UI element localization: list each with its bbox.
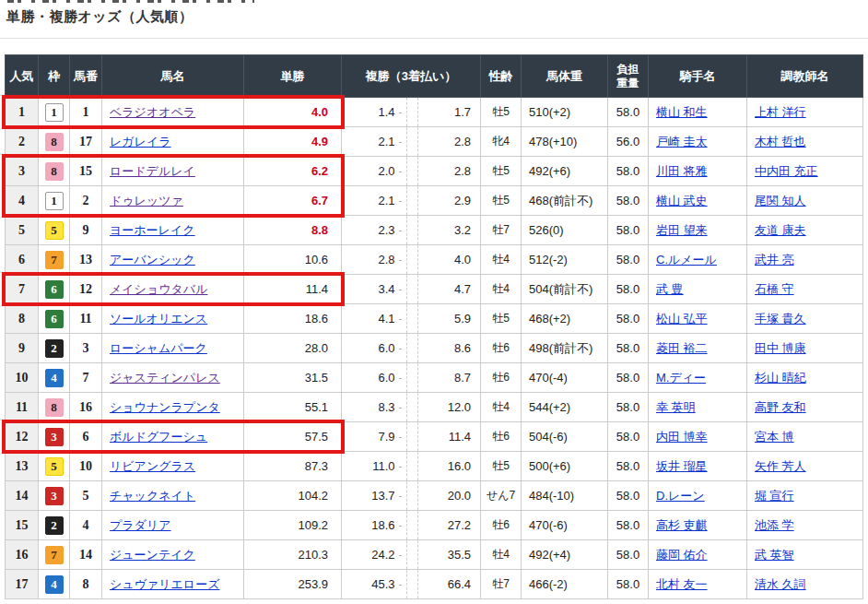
jockey-link[interactable]: 武 豊: [656, 282, 684, 296]
horse-number: 17: [70, 127, 102, 157]
place-odds-range: 11.0 - 16.0: [342, 452, 480, 480]
jockey-link[interactable]: 北村 友一: [656, 577, 708, 591]
trainer-link[interactable]: 尾関 知人: [755, 194, 806, 207]
trainer-link[interactable]: 池添 学: [755, 518, 794, 532]
carried-weight: 58.0: [608, 157, 649, 186]
horse-name-link[interactable]: リビアングラス: [110, 459, 195, 473]
horse-name-link[interactable]: プラダリア: [110, 518, 171, 532]
jockey-cell: 戸崎 圭太: [649, 127, 747, 157]
horse-name-link[interactable]: シュヴァリエローズ: [110, 577, 219, 591]
horse-name-link[interactable]: チャックネイト: [110, 489, 195, 503]
jockey-cell: 松山 弘平: [649, 304, 747, 334]
table-row: 14 3 5 チャックネイト 104.2 13.7 - 20.0 せん7 484…: [6, 481, 863, 511]
trainer-link[interactable]: 手塚 貴久: [755, 312, 806, 326]
place-odds-divider: [406, 511, 418, 539]
horse-name-link[interactable]: ソールオリエンス: [110, 312, 207, 326]
horse-name-link[interactable]: レガレイラ: [110, 135, 171, 148]
horse-name-cell: ソールオリエンス: [102, 304, 244, 334]
jockey-link[interactable]: 菱田 裕二: [656, 341, 708, 355]
horse-name-cell: ローシャムパーク: [102, 334, 244, 363]
cropped-content-artifact: [7, 0, 254, 3]
trainer-link[interactable]: 杉山 晴紀: [755, 371, 806, 385]
horse-weight: 492(+6): [522, 157, 608, 186]
trainer-link[interactable]: 中内田 充正: [755, 164, 818, 178]
horse-number: 8: [70, 570, 102, 599]
carried-weight: 58.0: [608, 393, 649, 422]
place-odds-range: 18.6 - 27.2: [342, 511, 480, 539]
jockey-link[interactable]: 岩田 望来: [656, 223, 708, 237]
jockey-link[interactable]: 内田 博幸: [656, 430, 708, 444]
sex-age: 牡7: [481, 216, 522, 245]
horse-name-link[interactable]: ドゥレッツァ: [110, 194, 183, 207]
place-odds-range: 2.1 - 2.8: [342, 127, 480, 156]
carried-weight: 58.0: [608, 422, 649, 452]
win-odds: 28.0: [244, 334, 342, 363]
jockey-link[interactable]: M.ディー: [656, 371, 706, 385]
place-odds-dash: -: [395, 195, 406, 206]
jockey-link[interactable]: D.レーン: [656, 489, 705, 503]
trainer-link[interactable]: 宮本 博: [755, 430, 794, 444]
trainer-link[interactable]: 清水 久詞: [755, 577, 806, 591]
trainer-cell: 清水 久詞: [747, 570, 863, 599]
place-odds-low: 13.7: [342, 489, 395, 503]
horse-name-link[interactable]: ローシャムパーク: [110, 341, 207, 355]
popularity-rank: 17: [6, 570, 39, 599]
frame-cell: 1: [39, 98, 70, 127]
jockey-link[interactable]: C.ルメール: [656, 253, 717, 266]
horse-name-link[interactable]: メイショウタバル: [110, 282, 207, 296]
trainer-link[interactable]: 高野 友和: [755, 400, 806, 414]
horse-name-link[interactable]: ヨーホーレイク: [110, 223, 195, 237]
trainer-cell: 武井 亮: [747, 245, 863, 275]
horse-name-cell: ヨーホーレイク: [102, 216, 244, 245]
frame-cell: 8: [39, 393, 70, 422]
horse-name-link[interactable]: ジャスティンパレス: [110, 371, 220, 385]
horse-name-link[interactable]: ボルドグフーシュ: [110, 430, 207, 444]
horse-weight: 500(+6): [522, 452, 608, 481]
trainer-link[interactable]: 矢作 芳人: [755, 459, 806, 473]
table-row: 9 2 3 ローシャムパーク 28.0 6.0 - 8.6 牡6 498(前計不…: [6, 334, 863, 363]
trainer-link[interactable]: 武井 亮: [755, 253, 794, 266]
horse-name-link[interactable]: ロードデルレイ: [110, 164, 195, 178]
jockey-link[interactable]: 幸 英明: [656, 400, 696, 414]
frame-number-badge: 7: [45, 251, 64, 269]
horse-name-link[interactable]: ショウナンラプンタ: [110, 400, 220, 414]
place-odds-high: 16.0: [418, 459, 481, 473]
win-odds: 18.6: [244, 304, 342, 334]
jockey-link[interactable]: 横山 武史: [656, 194, 708, 207]
place-odds-divider: [406, 540, 418, 569]
trainer-link[interactable]: 武 英智: [755, 548, 794, 562]
jockey-link[interactable]: 戸崎 圭太: [656, 135, 708, 148]
trainer-link[interactable]: 友道 康夫: [755, 223, 806, 237]
carried-weight: 58.0: [608, 511, 649, 540]
place-odds-range: 6.0 - 8.7: [342, 363, 480, 392]
trainer-link[interactable]: 木村 哲也: [755, 135, 806, 148]
horse-name-link[interactable]: アーバンシック: [110, 253, 195, 266]
win-odds: 4.9: [244, 127, 342, 157]
place-odds-divider: [406, 98, 418, 126]
header-horse-weight: 馬体重: [522, 55, 608, 98]
trainer-link[interactable]: 上村 洋行: [755, 105, 806, 119]
place-odds-high: 12.0: [418, 400, 481, 414]
jockey-cell: 幸 英明: [649, 393, 747, 422]
jockey-link[interactable]: 藤岡 佑介: [656, 548, 708, 562]
trainer-link[interactable]: 堀 宣行: [755, 489, 794, 503]
jockey-link[interactable]: 川田 将雅: [656, 164, 708, 178]
place-odds-high: 11.4: [418, 430, 481, 444]
jockey-link[interactable]: 横山 和生: [656, 105, 708, 119]
horse-name-link[interactable]: ジューンテイク: [110, 548, 195, 562]
jockey-link[interactable]: 松山 弘平: [656, 312, 708, 326]
header-trainer: 調教師名: [747, 55, 863, 98]
place-odds-divider: [406, 393, 418, 421]
place-odds-dash: -: [395, 491, 406, 501]
horse-weight: 510(+2): [522, 98, 608, 127]
horse-name-link[interactable]: ベラジオオペラ: [110, 105, 195, 119]
jockey-link[interactable]: 高杉 吏麒: [656, 518, 708, 532]
place-odds-dash: -: [395, 461, 406, 471]
horse-number: 3: [70, 334, 102, 363]
trainer-link[interactable]: 石橋 守: [755, 282, 794, 296]
place-odds-high: 2.8: [418, 135, 481, 148]
trainer-link[interactable]: 田中 博康: [755, 341, 806, 355]
jockey-cell: 横山 和生: [649, 98, 747, 127]
jockey-cell: M.ディー: [649, 363, 747, 393]
jockey-link[interactable]: 坂井 瑠星: [656, 459, 708, 473]
